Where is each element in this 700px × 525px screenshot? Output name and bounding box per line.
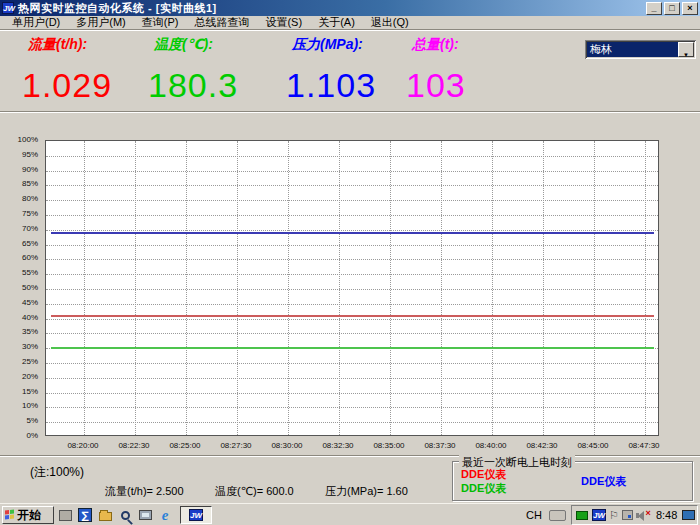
station-dropdown[interactable]: 梅林 ▼: [585, 40, 696, 59]
y-axis-label: 90%: [0, 165, 41, 174]
x-axis-label: 08:40:00: [466, 441, 516, 450]
close-button[interactable]: ×: [682, 2, 698, 15]
v-gridline: [390, 141, 391, 435]
full-scale-values: 流量(t/h)= 2.500温度(℃)= 600.0压力(MPa)= 1.60: [105, 481, 435, 499]
readout-label: 压力(MPa):: [292, 36, 376, 54]
readout-label: 温度(℃):: [154, 36, 238, 54]
x-axis-label: 08:32:30: [313, 441, 363, 450]
y-axis-label: 25%: [0, 357, 41, 366]
windows-logo-icon: [5, 509, 15, 520]
window-title: 热网实时监控自动化系统 - [实时曲线1]: [18, 1, 217, 16]
y-axis-label: 30%: [0, 342, 41, 351]
readout-value: 1.103: [286, 68, 376, 102]
desktop-icon[interactable]: [137, 507, 153, 523]
folder-icon[interactable]: [97, 507, 113, 523]
top-divider: [0, 111, 700, 113]
task-button-active[interactable]: JW: [180, 506, 212, 524]
readout-label: 流量(t/h):: [28, 36, 112, 54]
app-tray-icon[interactable]: JW: [592, 509, 606, 521]
minimize-button[interactable]: _: [646, 2, 662, 15]
scale-item-0: 流量(t/h)= 2.500: [105, 484, 215, 499]
x-axis-label: 08:22:30: [109, 441, 159, 450]
x-axis-label: 08:42:30: [517, 441, 567, 450]
h-gridline: [46, 319, 658, 320]
display-icon[interactable]: [682, 510, 695, 520]
restore-button[interactable]: □: [664, 2, 680, 15]
series-line-temperature: [51, 347, 654, 349]
h-gridline: [46, 422, 658, 423]
y-axis-label: 45%: [0, 298, 41, 307]
application-window: JW 热网实时监控自动化系统 - [实时曲线1] _ □ × 单用户(D)多用户…: [0, 0, 700, 525]
h-gridline: [46, 185, 658, 186]
ie-icon[interactable]: e: [157, 507, 173, 523]
series-line-flow: [51, 315, 654, 317]
v-gridline: [543, 141, 544, 435]
flag-icon[interactable]: ⚐: [609, 510, 619, 521]
y-axis-label: 0%: [0, 431, 41, 440]
dde-item-0: DDE仪表: [461, 467, 506, 482]
x-axis-label: 08:37:30: [415, 441, 465, 450]
dropdown-arrow-button[interactable]: ▼: [678, 42, 694, 57]
x-axis-label: 08:25:00: [160, 441, 210, 450]
readout-pressure: 压力(MPa):1.103: [286, 36, 376, 102]
h-gridline: [46, 407, 658, 408]
x-axis-label: 08:27:30: [211, 441, 261, 450]
y-axis-label: 20%: [0, 372, 41, 381]
x-axis-label: 08:47:30: [619, 441, 669, 450]
x-axis-label: 08:20:00: [58, 441, 108, 450]
y-axis-label: 70%: [0, 224, 41, 233]
v-gridline: [186, 141, 187, 435]
y-axis-label: 80%: [0, 194, 41, 203]
y-axis-label: 85%: [0, 179, 41, 188]
h-gridline: [46, 274, 658, 275]
dde-item-1: DDE仪表: [461, 481, 506, 496]
menu-item-1[interactable]: 多用户(M): [68, 15, 134, 30]
menu-item-4[interactable]: 设置(S): [257, 15, 310, 30]
quick-launch: ∑ e: [57, 507, 173, 523]
network-icon[interactable]: [576, 511, 588, 520]
v-gridline: [339, 141, 340, 435]
start-button[interactable]: 开始: [2, 506, 54, 524]
menu-item-2[interactable]: 查询(P): [134, 15, 187, 30]
ime-keyboard-icon[interactable]: [549, 510, 566, 521]
readout-value: 103: [406, 68, 466, 102]
app-icon: JW: [2, 2, 14, 14]
h-gridline: [46, 215, 658, 216]
station-dropdown-value: 梅林: [587, 42, 678, 57]
h-gridline: [46, 304, 658, 305]
menu-item-0[interactable]: 单用户(D): [4, 15, 68, 30]
h-gridline: [46, 200, 658, 201]
y-axis-label: 100%: [0, 135, 41, 144]
scheduler-icon[interactable]: [622, 510, 633, 520]
tray-clock: 8:48: [656, 509, 677, 521]
y-axis-label: 35%: [0, 327, 41, 336]
readout-value: 1.029: [22, 68, 112, 102]
menu-bar: 单用户(D)多用户(M)查询(P)总线路查询设置(S)关于(A)退出(Q): [0, 16, 700, 29]
readout-flow: 流量(t/h):1.029: [22, 36, 112, 102]
v-gridline: [594, 141, 595, 435]
system-tray: JW ⚐ × 8:48: [571, 505, 698, 525]
volume-muted-icon[interactable]: ×: [636, 509, 651, 521]
readout-value: 180.3: [148, 68, 238, 102]
chevron-down-icon: ▼: [683, 52, 689, 58]
menu-item-3[interactable]: 总线路查询: [186, 15, 257, 30]
x-axis-label: 08:30:00: [262, 441, 312, 450]
search-icon[interactable]: [117, 507, 133, 523]
h-gridline: [46, 230, 658, 231]
y-axis-label: 60%: [0, 253, 41, 262]
language-indicator[interactable]: CH: [526, 509, 542, 521]
h-gridline: [46, 378, 658, 379]
v-gridline: [441, 141, 442, 435]
menu-item-6[interactable]: 退出(Q): [363, 15, 417, 30]
h-gridline: [46, 289, 658, 290]
menu-item-5[interactable]: 关于(A): [310, 15, 363, 30]
readout-label: 总量(t):: [412, 36, 466, 54]
scale-item-1: 温度(℃)= 600.0: [215, 484, 325, 499]
workstation-icon[interactable]: [57, 507, 73, 523]
footer-note: (注:100%): [30, 464, 84, 481]
y-axis-label: 50%: [0, 283, 41, 292]
dde-item-2: DDE仪表: [581, 474, 626, 489]
y-axis-label: 5%: [0, 416, 41, 425]
sigma-app-icon[interactable]: ∑: [77, 507, 93, 523]
x-axis-label: 08:45:00: [568, 441, 618, 450]
